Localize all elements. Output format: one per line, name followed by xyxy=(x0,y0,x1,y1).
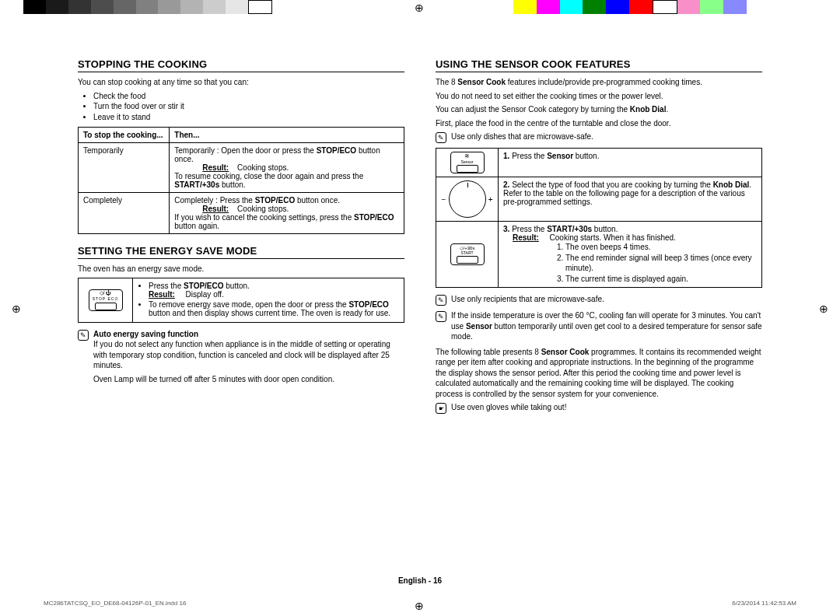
energy-table: ◇/ ⏻ STOP ECO Press the STOP/ECO button.… xyxy=(78,278,404,323)
note-icon: ✎ xyxy=(436,311,446,322)
cell-icon xyxy=(436,177,499,222)
sensor-p4: First, place the food in the centre of t… xyxy=(436,118,762,129)
list-item: Turn the food over or stir it xyxy=(93,101,404,112)
sensor-icon: ≋ Sensor xyxy=(450,152,485,173)
note-gloves: ☛ Use oven gloves while taking out! xyxy=(436,402,762,414)
registration-mark-right: ⊕ xyxy=(818,303,829,314)
cell-icon: ≋ Sensor xyxy=(436,149,499,177)
table-row: Temporarily Temporarily : Open the door … xyxy=(79,143,404,193)
note-recipients: ✎ Use only recipients that are microwave… xyxy=(436,294,762,306)
sensor-p3: You can adjust the Sensor Cook category … xyxy=(436,104,762,115)
sensor-p5: The following table presents 8 Sensor Co… xyxy=(436,347,762,400)
table-row: Completely Completely : Press the STOP/E… xyxy=(79,193,404,234)
right-column: USING THE SENSOR COOK FEATURES The 8 Sen… xyxy=(436,58,762,564)
cell-icon: ◇/+30s START xyxy=(436,222,499,288)
note-cooling: ✎ If the inside temperature is over the … xyxy=(436,310,762,342)
list-item: The oven beeps 4 times. xyxy=(565,242,757,253)
cell: Press the STOP/ECO button. Result: Displ… xyxy=(133,278,404,322)
colorbar-right xyxy=(513,0,747,14)
print-meta-left: MC286TATCSQ_EO_DE68-04126P-01_EN.indd 16 xyxy=(44,600,186,607)
cell: 3. Press the START/+30s button. Result: … xyxy=(499,222,762,288)
heading-stopping: STOPPING THE COOKING xyxy=(78,58,404,72)
sensor-p1: The 8 Sensor Cook features include/provi… xyxy=(436,77,762,88)
sensor-p2: You do not need to set either the cookin… xyxy=(436,91,762,102)
registration-mark-bottom: ⊕ xyxy=(414,600,425,611)
table-row: ◇/ ⏻ STOP ECO Press the STOP/ECO button.… xyxy=(79,278,404,322)
note-auto-energy: ✎ Auto energy saving function If you do … xyxy=(78,329,404,388)
auto-energy-title: Auto energy saving function xyxy=(93,329,404,340)
cell: Completely : Press the STOP/ECO button o… xyxy=(170,193,404,234)
heading-energy: SETTING THE ENERGY SAVE MODE xyxy=(78,245,404,259)
note-icon: ✎ xyxy=(436,132,446,143)
stopping-table: To stop the cooking... Then... Temporari… xyxy=(78,127,404,234)
auto-energy-p2: Oven Lamp will be turned off after 5 min… xyxy=(93,374,404,385)
cell: Temporarily : Open the door or press the… xyxy=(170,143,404,193)
cell-icon: ◇/ ⏻ STOP ECO xyxy=(79,278,133,322)
note-icon: ✎ xyxy=(78,330,89,341)
left-column: STOPPING THE COOKING You can stop cookin… xyxy=(78,58,404,564)
stopping-intro: You can stop cooking at any time so that… xyxy=(78,77,404,88)
note-icon: ✎ xyxy=(436,295,446,306)
list-item: Leave it to stand xyxy=(93,112,404,123)
stopping-bullets: Check the food Turn the food over or sti… xyxy=(78,91,404,123)
stop-eco-icon: ◇/ ⏻ STOP ECO xyxy=(89,289,123,311)
list-item: Check the food xyxy=(93,91,404,102)
table-header: Then... xyxy=(170,128,404,143)
heading-sensor: USING THE SENSOR COOK FEATURES xyxy=(436,58,762,72)
auto-energy-p1: If you do not select any function when a… xyxy=(93,339,404,371)
note-dishes: ✎ Use only dishes that are microwave-saf… xyxy=(436,131,762,143)
cell: Completely xyxy=(79,193,170,234)
colorbar-left xyxy=(23,0,272,14)
print-meta-right: 6/23/2014 11:42:53 AM xyxy=(732,600,796,607)
registration-mark-top: ⊕ xyxy=(414,2,425,13)
table-row: 2. Select the type of food that you are … xyxy=(436,177,762,222)
knob-dial-icon xyxy=(449,180,486,218)
page-footer: English - 16 xyxy=(0,576,840,585)
table-row: ◇/+30s START 3. Press the START/+30s but… xyxy=(436,222,762,288)
glove-icon: ☛ xyxy=(436,403,446,414)
page-content: STOPPING THE COOKING You can stop cookin… xyxy=(78,58,762,564)
cell: 2. Select the type of food that you are … xyxy=(499,177,762,222)
sensor-steps-table: ≋ Sensor 1. Press the Sensor button. 2. … xyxy=(436,148,762,288)
start-30s-icon: ◇/+30s START xyxy=(450,243,485,265)
list-item: The end reminder signal will beep 3 time… xyxy=(565,253,757,274)
cell: Temporarily xyxy=(79,143,170,193)
registration-mark-left: ⊕ xyxy=(11,303,22,314)
table-header: To stop the cooking... xyxy=(79,128,170,143)
table-row: ≋ Sensor 1. Press the Sensor button. xyxy=(436,149,762,177)
cell: 1. Press the Sensor button. xyxy=(499,149,762,177)
list-item: The current time is displayed again. xyxy=(565,274,757,285)
energy-intro: The oven has an energy save mode. xyxy=(78,264,404,275)
